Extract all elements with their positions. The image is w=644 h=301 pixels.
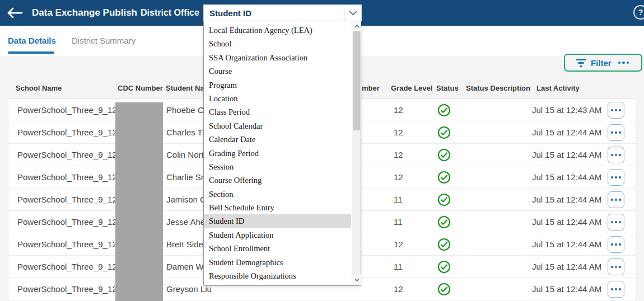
- district-office-label: District Office: [141, 0, 199, 26]
- row-actions-button[interactable]: [608, 214, 624, 231]
- dropdown-item-student-demographics[interactable]: Student Demographics: [204, 256, 351, 269]
- dropdown-item-calendar-date[interactable]: Calendar Date: [204, 133, 351, 146]
- dropdown-item-school-enrollment[interactable]: School Enrollment: [204, 242, 351, 255]
- last-activity-cell: Jul 15 at 12:44 AM: [532, 144, 601, 166]
- column-header-grade-level: Grade Level: [391, 84, 432, 92]
- status-success-icon: [437, 283, 451, 301]
- row-actions-button[interactable]: [608, 169, 624, 186]
- help-icon[interactable]: ?: [633, 5, 644, 20]
- last-activity-cell: Jul 15 at 12:44 AM: [532, 189, 601, 211]
- tab-district-summary[interactable]: District Summary: [72, 36, 136, 45]
- column-header-last-activity: Last Activity: [536, 84, 580, 92]
- dropdown-item-responsible-organizations[interactable]: Responsible Organizations: [204, 269, 351, 283]
- school-name-cell: PowerSchool_Three_9_12: [17, 278, 117, 300]
- column-header-cdc-number: CDC Number: [118, 84, 163, 92]
- dropdown-item-course-offering[interactable]: Course Offering: [204, 173, 351, 187]
- row-actions-button[interactable]: [608, 191, 624, 208]
- more-options-button[interactable]: [617, 60, 631, 65]
- app-screen: Data Exchange Publish District Office St…: [0, 0, 644, 301]
- dropdown-item-ssa-organization-association[interactable]: SSA Organization Association: [204, 51, 351, 64]
- dropdown-item-student-id-selected[interactable]: Student ID: [204, 214, 351, 228]
- school-name-cell: PowerSchool_Three_9_12: [17, 144, 117, 166]
- last-activity-cell: Jul 15 at 12:44 AM: [532, 121, 601, 144]
- school-name-cell: PowerSchool_Three_9_12: [17, 121, 117, 144]
- scrollbar-thumb[interactable]: [353, 31, 360, 130]
- column-header-school-name: School Name: [16, 84, 62, 92]
- school-name-cell: PowerSchool_Three_9_12: [17, 211, 117, 233]
- last-activity-cell: Jul 15 at 12:44 AM: [532, 211, 601, 233]
- filter-button[interactable]: Filter: [576, 58, 612, 68]
- scroll-down-icon[interactable]: [352, 275, 361, 285]
- school-name-cell: PowerSchool_Three_9_12: [17, 99, 117, 121]
- student-name-cell: Phoebe Oa: [166, 99, 209, 121]
- scroll-up-icon[interactable]: [352, 21, 361, 31]
- grade-level-cell: 12: [394, 278, 403, 300]
- filter-icon: [576, 59, 586, 67]
- cdc-number-redacted-block: [115, 281, 163, 301]
- dropdown-scrollbar[interactable]: [352, 21, 361, 285]
- school-name-cell: PowerSchool_Three_9_12: [17, 189, 117, 211]
- last-activity-cell: Jul 15 at 12:44 AM: [532, 278, 601, 300]
- dropdown-item-location[interactable]: Location: [204, 92, 351, 105]
- last-activity-cell: Jul 15 at 12:44 AM: [532, 256, 601, 278]
- dropdown-item-course[interactable]: Course: [204, 64, 351, 78]
- grade-level-cell: 12: [394, 233, 403, 256]
- dropdown-item-grading-period[interactable]: Grading Period: [204, 147, 351, 160]
- last-activity-cell: Jul 15 at 12:44 AM: [532, 233, 601, 256]
- last-activity-cell: Jul 15 at 12:44 AM: [532, 166, 601, 189]
- row-actions-button[interactable]: [608, 281, 624, 298]
- entity-select-value: Student ID: [204, 8, 344, 18]
- column-header-status: Status: [436, 84, 459, 92]
- student-name-cell: Charlie Sm: [166, 166, 208, 189]
- row-actions-button[interactable]: [608, 102, 624, 119]
- school-name-cell: PowerSchool_Three_9_12: [17, 233, 117, 256]
- column-header-status-description: Status Description: [466, 84, 530, 92]
- row-actions-button[interactable]: [608, 124, 624, 141]
- filter-label: Filter: [591, 58, 612, 68]
- dropdown-item-class-period[interactable]: Class Period: [204, 105, 351, 119]
- entity-select[interactable]: Student ID: [203, 4, 362, 21]
- dropdown-item-student-application[interactable]: Student Application: [204, 228, 351, 242]
- dropdown-item-section[interactable]: Section: [204, 187, 351, 201]
- grade-level-cell: 12: [394, 121, 403, 144]
- student-name-cell: Colin North: [166, 144, 208, 166]
- last-activity-cell: Jul 15 at 12:43 AM: [532, 99, 601, 121]
- student-name-cell: Charles Tic: [166, 121, 208, 144]
- tab-data-details[interactable]: Data Details: [8, 36, 56, 45]
- column-header-number-partial: mber: [362, 84, 380, 92]
- dropdown-item-school[interactable]: School: [204, 37, 351, 50]
- dropdown-item-session[interactable]: Session: [204, 160, 351, 173]
- page-title: Data Exchange Publish: [32, 0, 137, 26]
- grade-level-cell: 12: [394, 99, 403, 121]
- chevron-down-icon: [344, 5, 361, 21]
- grade-level-cell: 12: [394, 166, 403, 189]
- student-name-cell: Brett Sides: [166, 233, 207, 256]
- entity-dropdown-panel: Local Education Agency (LEA) School SSA …: [203, 21, 361, 286]
- school-name-cell: PowerSchool_Three_9_12: [17, 166, 117, 189]
- back-arrow-icon[interactable]: [7, 7, 24, 20]
- row-actions-button[interactable]: [608, 258, 624, 275]
- dropdown-item-program[interactable]: Program: [204, 78, 351, 92]
- grade-level-cell: 11: [394, 256, 403, 278]
- school-name-cell: PowerSchool_Three_9_12: [17, 256, 117, 278]
- dropdown-item-school-calendar[interactable]: School Calendar: [204, 119, 351, 133]
- grade-level-cell: 12: [394, 144, 403, 166]
- dropdown-item-bell-schedule-entry[interactable]: Bell Schedule Entry: [204, 201, 351, 214]
- filter-highlight-outline: Filter: [564, 54, 642, 72]
- row-actions-button[interactable]: [608, 236, 624, 253]
- entity-dropdown-list: Local Education Agency (LEA) School SSA …: [204, 23, 351, 283]
- row-actions-button[interactable]: [608, 147, 624, 163]
- dropdown-item-lea[interactable]: Local Education Agency (LEA): [204, 23, 351, 37]
- grade-level-cell: 11: [394, 211, 403, 233]
- student-name-cell: Damen We: [166, 256, 208, 278]
- grade-level-cell: 11: [394, 189, 403, 211]
- active-tab-underline: [8, 51, 54, 54]
